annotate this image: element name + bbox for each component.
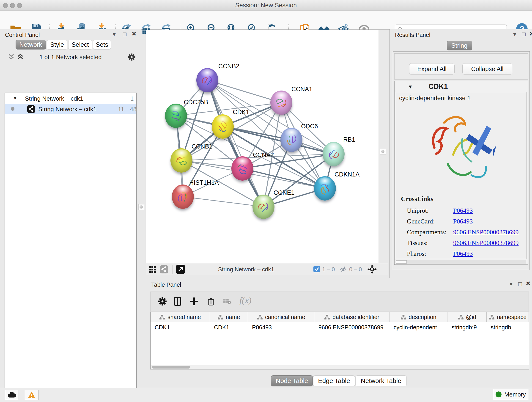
crosslink-value-link[interactable]: P06493: [453, 218, 473, 225]
crosslink-value-link[interactable]: 9606.ENSP00000378699: [453, 229, 519, 236]
svg-text:f(x): f(x): [239, 295, 252, 305]
fit-crosshair-icon[interactable]: [367, 264, 377, 275]
crosslink-label: Uniprot:: [407, 207, 429, 214]
column-header-shared-name[interactable]: shared name: [151, 312, 210, 322]
panel-close-icon[interactable]: ✕: [132, 30, 137, 37]
column-header-label: database identifier: [332, 314, 379, 320]
tab-sets[interactable]: Sets: [93, 40, 111, 50]
node-CCNA1[interactable]: [270, 90, 292, 115]
column-header-canonical-name[interactable]: canonical name: [248, 312, 314, 322]
panel-close-icon[interactable]: ✕: [529, 30, 532, 37]
cloud-icon: [7, 391, 17, 398]
column-header-database-identifier[interactable]: database identifier: [314, 312, 389, 322]
tab-edge-table[interactable]: Edge Table: [313, 375, 355, 386]
table-cell[interactable]: stringdb: [487, 322, 529, 332]
node-label-RB1: RB1: [343, 136, 355, 143]
status-bar: Memory: [0, 388, 532, 402]
select-columns-icon[interactable]: [172, 296, 183, 307]
node-CDKN1A[interactable]: [314, 176, 336, 201]
gene-card: ▼ CDK1 cyclin-dependent kinase 1 CrossLi…: [394, 81, 528, 265]
protein-structure-svg: [426, 107, 499, 191]
window-titlebar: Session: New Session: [0, 0, 532, 11]
options-gear-icon[interactable]: [127, 53, 136, 62]
crosslink-value-link[interactable]: 9606.ENSP00000378699: [453, 239, 519, 247]
network-canvas[interactable]: CCNB2 CCNA1 CDC25B CDK1 CDC6 RB1 CCNB1: [146, 30, 379, 263]
table-cell[interactable]: CDK1: [151, 322, 210, 332]
protein-ribbon-thumb: [215, 120, 230, 134]
table-horizontal-scrollbar[interactable]: [151, 365, 529, 369]
node-HIST1H1A[interactable]: [172, 185, 194, 209]
expand-all-button[interactable]: Expand All: [409, 63, 455, 75]
node-CCNB2[interactable]: [196, 68, 218, 92]
node-table[interactable]: shared name name canonical name database…: [150, 312, 529, 370]
table-toolbar: f(x): [150, 292, 529, 312]
column-header-namespace[interactable]: namespace: [487, 312, 529, 322]
network-row[interactable]: String Network – cdk1 11 48: [5, 104, 136, 114]
edge-CCNB2-CCNE1[interactable]: [207, 80, 264, 207]
delete-table-icon: [223, 298, 232, 306]
cloud-button[interactable]: [5, 390, 19, 400]
table-cell[interactable]: cyclin-dependent ...: [389, 322, 447, 332]
card-expander-icon[interactable]: ▼: [408, 84, 413, 90]
node-CCNE1[interactable]: [253, 195, 274, 219]
network-node-count: 11: [118, 106, 124, 113]
panel-float-icon[interactable]: □: [522, 31, 526, 38]
warnings-button[interactable]: [25, 390, 38, 400]
left-splitter-handle[interactable]: [138, 204, 144, 210]
panel-menu-icon[interactable]: ▾: [513, 31, 516, 38]
network-list-toolbar: 1 of 1 Network selected: [6, 52, 135, 62]
edge-CCNA2-CDKN1A[interactable]: [242, 168, 325, 188]
protein-ribbon-thumb: [174, 154, 189, 168]
tab-string[interactable]: String: [447, 41, 472, 51]
network-view-toolbar: String Network – cdk1 1 – 0 0 – 0: [146, 263, 388, 275]
network-collection-row[interactable]: ▼ String Network – cdk1 1: [5, 93, 136, 104]
network-view-title: String Network – cdk1: [218, 266, 274, 273]
collapse-all-button[interactable]: Collapse All: [462, 63, 512, 75]
panel-float-icon[interactable]: □: [123, 31, 127, 38]
memory-button[interactable]: Memory: [493, 389, 528, 400]
node-RB1[interactable]: [323, 142, 345, 166]
window-title: Session: New Session: [0, 2, 532, 9]
table-gear-icon[interactable]: [157, 296, 167, 307]
delete-column-icon[interactable]: [206, 296, 216, 307]
tree-expander-icon[interactable]: ▼: [13, 95, 18, 101]
column-header-label: description: [409, 314, 437, 320]
crosslink-row: Pharos:P06493: [407, 250, 426, 257]
network-badge-icon[interactable]: [160, 265, 168, 274]
open-in-window-icon[interactable]: [176, 265, 185, 275]
crosslink-value-link[interactable]: P06493: [453, 207, 473, 214]
create-column-icon[interactable]: [189, 296, 199, 307]
table-cell[interactable]: P06493: [248, 322, 314, 332]
tab-style[interactable]: Style: [47, 40, 67, 50]
tab-node-table[interactable]: Node Table: [271, 375, 313, 386]
tab-network[interactable]: Network: [16, 40, 46, 50]
tab-network-table[interactable]: Network Table: [355, 375, 407, 386]
edge-CCNB2-CCNA1[interactable]: [207, 80, 281, 103]
crosslink-value-link[interactable]: P06493: [453, 250, 473, 257]
node-CDK1[interactable]: [212, 114, 234, 139]
table-cell[interactable]: 9606.ENSP00000378699: [314, 322, 389, 332]
panel-menu-icon[interactable]: ▾: [113, 31, 116, 38]
panel-menu-icon[interactable]: ▾: [510, 281, 513, 288]
table-cell[interactable]: CDK1: [210, 322, 248, 332]
node-CDC6[interactable]: [280, 128, 302, 152]
column-header-description[interactable]: description: [389, 312, 447, 322]
column-header-label: namespace: [497, 314, 526, 320]
node-CCNA2[interactable]: [231, 156, 253, 181]
table-cell[interactable]: stringdb:9...: [447, 322, 487, 332]
grid-view-icon[interactable]: [148, 265, 157, 274]
function-builder-icon: f(x): [239, 294, 257, 307]
tab-select[interactable]: Select: [68, 40, 92, 50]
right-splitter-handle[interactable]: [380, 149, 386, 155]
panel-close-icon[interactable]: ✕: [526, 280, 531, 287]
column-header-name[interactable]: name: [210, 312, 248, 322]
panel-float-icon[interactable]: □: [518, 281, 522, 288]
column-header-at-id[interactable]: @id: [447, 312, 487, 322]
node-CCNB1[interactable]: [171, 148, 192, 172]
edge-HIST1H1A-CCNE1[interactable]: [183, 197, 264, 207]
node-CDC25B[interactable]: [165, 104, 187, 128]
network-list: ▼ String Network – cdk1 1 String Network…: [5, 93, 137, 402]
crosslink-label: Tissues:: [407, 239, 428, 246]
selected-checkbox-icon[interactable]: [313, 266, 320, 273]
card-horizontal-scrollbar[interactable]: [396, 260, 526, 264]
